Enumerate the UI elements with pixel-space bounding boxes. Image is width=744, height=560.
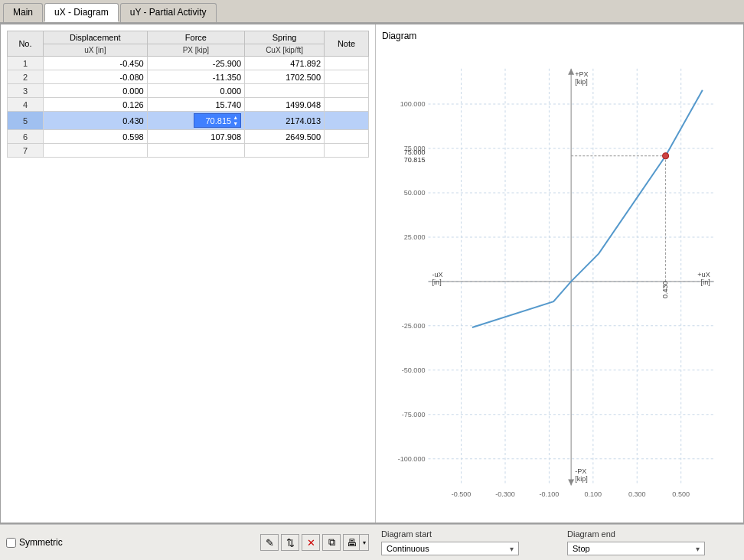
cux-cell[interactable]: 2174.013 — [245, 112, 325, 130]
svg-text:+PX: +PX — [575, 70, 588, 78]
px-cell[interactable]: 15.740 — [147, 98, 244, 112]
svg-text:[kip]: [kip] — [575, 475, 588, 483]
table-row[interactable]: 50.430▲▼2174.013 — [8, 112, 369, 130]
row-num-cell: 7 — [8, 144, 44, 158]
svg-text:[in]: [in] — [701, 278, 710, 286]
col-cux-subheader: CuX [kip/ft] — [245, 44, 325, 57]
note-cell[interactable] — [325, 112, 369, 130]
cux-cell[interactable] — [245, 84, 325, 98]
svg-text:50.000: 50.000 — [404, 189, 426, 197]
diagram-footer: Diagram start Continuous ▾ Diagram end S… — [375, 524, 744, 560]
symmetric-checkbox-label[interactable]: Symmetric — [6, 537, 63, 548]
px-cell[interactable] — [147, 144, 244, 158]
data-table: No. Displacement Force Spring Note uX [i… — [7, 31, 369, 158]
ux-cell[interactable]: 0.126 — [43, 98, 147, 112]
row-num-cell: 5 — [8, 112, 44, 130]
cux-cell[interactable]: 2649.500 — [245, 130, 325, 144]
col-force-header: Force — [147, 31, 244, 44]
svg-text:0.100: 0.100 — [584, 490, 602, 498]
col-ux-subheader: uX [in] — [43, 44, 147, 57]
delete-button[interactable]: ✕ — [302, 534, 320, 551]
svg-text:+uX: +uX — [697, 271, 710, 278]
print-dropdown-arrow[interactable]: ▾ — [360, 534, 369, 551]
diagram-end-arrow: ▾ — [696, 545, 700, 553]
note-cell[interactable] — [325, 84, 369, 98]
table-row[interactable]: 40.12615.7401499.048 — [8, 98, 369, 112]
diagram-start-label: Diagram start — [381, 529, 552, 539]
note-cell[interactable] — [325, 57, 369, 70]
svg-text:0.500: 0.500 — [672, 490, 690, 498]
px-cell[interactable]: ▲▼ — [147, 112, 244, 130]
cux-cell[interactable] — [245, 144, 325, 158]
svg-text:0.300: 0.300 — [628, 490, 646, 498]
ux-cell[interactable]: 0.430 — [43, 112, 147, 130]
svg-text:70.815: 70.815 — [404, 156, 426, 164]
table-row[interactable]: 2-0.080-11.3501702.500 — [8, 70, 369, 84]
diagram-start-select[interactable]: Continuous ▾ — [381, 542, 519, 555]
note-cell[interactable] — [325, 98, 369, 112]
svg-text:[in]: [in] — [432, 278, 442, 286]
note-cell[interactable] — [325, 70, 369, 84]
col-displacement-header: Displacement — [43, 31, 147, 44]
spin-down[interactable]: ▼ — [233, 121, 238, 126]
svg-text:-100.000: -100.000 — [398, 455, 426, 463]
diagram-start-group: Diagram start Continuous ▾ — [381, 529, 552, 555]
print-button[interactable]: 🖶 — [343, 534, 360, 551]
row-num-cell: 1 — [8, 57, 44, 70]
diagram-end-group: Diagram end Stop ▾ — [567, 529, 738, 555]
px-cell[interactable]: 0.000 — [147, 84, 244, 98]
svg-text:100.000: 100.000 — [400, 100, 426, 108]
print-split-button: 🖶 ▾ — [343, 534, 369, 551]
col-note-header: Note — [325, 31, 369, 57]
table-row[interactable]: 60.598107.9082649.500 — [8, 130, 369, 144]
ux-cell[interactable]: 0.598 — [43, 130, 147, 144]
cux-cell[interactable]: 1702.500 — [245, 70, 325, 84]
diagram-end-label: Diagram end — [567, 529, 738, 539]
svg-text:[kip]: [kip] — [575, 78, 588, 86]
svg-text:-PX: -PX — [575, 467, 586, 475]
svg-text:-25.000: -25.000 — [402, 322, 426, 330]
row-num-cell: 6 — [8, 130, 44, 144]
ux-cell[interactable]: 0.000 — [43, 84, 147, 98]
copy-button[interactable]: ⧉ — [322, 534, 341, 551]
diagram-end-select[interactable]: Stop ▾ — [567, 542, 705, 555]
px-cell[interactable]: -25.900 — [147, 57, 244, 70]
bottom-toolbar: Symmetric ✎ ⇅ ✕ ⧉ 🖶 ▾ — [0, 524, 375, 560]
tab-uy-partial[interactable]: uY - Partial Activity — [120, 3, 217, 22]
px-cell[interactable]: -11.350 — [147, 70, 244, 84]
note-cell[interactable] — [325, 144, 369, 158]
note-cell[interactable] — [325, 130, 369, 144]
cux-cell[interactable]: 1499.048 — [245, 98, 325, 112]
tab-ux-diagram[interactable]: uX - Diagram — [44, 3, 119, 22]
px-input[interactable] — [197, 116, 231, 125]
table-row[interactable]: 30.0000.000 — [8, 84, 369, 98]
px-input-wrapper: ▲▼ — [194, 113, 241, 128]
cux-cell[interactable]: 471.892 — [245, 57, 325, 70]
tab-main[interactable]: Main — [3, 3, 43, 22]
svg-text:-50.000: -50.000 — [402, 366, 426, 374]
symmetric-label: Symmetric — [19, 537, 63, 548]
chart-svg: -0.500-0.300-0.1000.1000.3000.500-100.00… — [382, 44, 737, 523]
left-panel: No. Displacement Force Spring Note uX [i… — [1, 24, 376, 523]
diagram-start-arrow: ▾ — [510, 545, 514, 553]
table-row[interactable]: 7 — [8, 144, 369, 158]
ux-cell[interactable] — [43, 144, 147, 158]
edit-button[interactable]: ✎ — [260, 534, 279, 551]
symmetric-checkbox[interactable] — [6, 538, 16, 548]
table-row[interactable]: 1-0.450-25.900471.892 — [8, 57, 369, 70]
px-cell[interactable]: 107.908 — [147, 130, 244, 144]
ux-cell[interactable]: -0.450 — [43, 57, 147, 70]
svg-text:0.430: 0.430 — [661, 281, 669, 298]
diagram-title: Diagram — [382, 31, 737, 41]
diagram-start-value: Continuous — [387, 544, 429, 553]
row-num-cell: 3 — [8, 84, 44, 98]
tab-bar: Main uX - Diagram uY - Partial Activity — [0, 0, 744, 24]
ux-cell[interactable]: -0.080 — [43, 70, 147, 84]
svg-text:-0.500: -0.500 — [452, 490, 472, 498]
col-spring-header: Spring — [245, 31, 325, 44]
spin-up[interactable]: ▲ — [233, 115, 238, 120]
svg-text:-75.000: -75.000 — [402, 411, 426, 418]
px-spinner[interactable]: ▲▼ — [233, 115, 238, 126]
sort-button[interactable]: ⇅ — [281, 534, 299, 551]
col-num-header: No. — [8, 31, 44, 57]
